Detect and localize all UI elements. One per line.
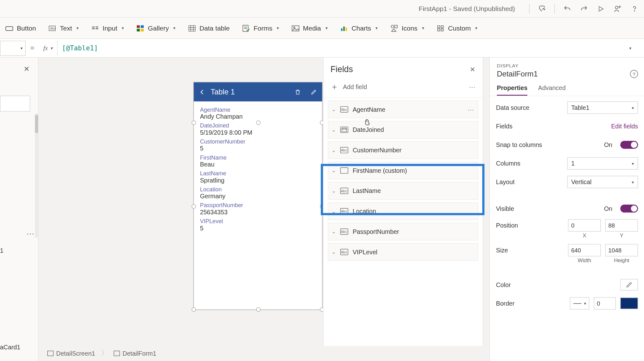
- share-icon[interactable]: [613, 4, 622, 13]
- insert-custom[interactable]: Custom ▾: [435, 22, 479, 34]
- property-selector[interactable]: ▾: [0, 41, 26, 56]
- svg-point-25: [293, 26, 295, 28]
- insert-button[interactable]: Button: [3, 22, 38, 34]
- selection-handle[interactable]: [192, 204, 196, 209]
- tab-advanced[interactable]: Advanced: [538, 84, 566, 96]
- breadcrumb-detailform1[interactable]: DetailForm1: [109, 348, 161, 359]
- breadcrumb-label: DetailForm1: [123, 350, 156, 357]
- sublabel: Y: [620, 233, 623, 239]
- field-label: Location: [200, 186, 316, 193]
- text-type-icon: Abc: [340, 208, 348, 214]
- toggle-value: On: [604, 205, 612, 212]
- columns-select[interactable]: 1▾: [567, 157, 638, 169]
- selection-handle[interactable]: [256, 307, 261, 312]
- color-picker[interactable]: [620, 279, 638, 290]
- formula-input[interactable]: [58, 41, 624, 56]
- help-icon[interactable]: [630, 4, 639, 13]
- detail-form-preview[interactable]: Table 1 AgentName Andy Champan DateJoine…: [193, 82, 323, 310]
- play-icon[interactable]: [597, 4, 605, 13]
- chevron-down-icon: ▾: [122, 26, 124, 31]
- more-icon[interactable]: ···: [468, 106, 475, 113]
- edit-icon[interactable]: [311, 89, 317, 95]
- field-item-customernumber[interactable]: ⌄ Abc CustomerNumber: [328, 141, 478, 159]
- svg-rect-26: [341, 28, 342, 31]
- more-icon[interactable]: ···: [26, 229, 34, 239]
- breadcrumb-detailscreen1[interactable]: DetailScreen1: [43, 348, 99, 359]
- field-item-viplevel[interactable]: ⌄ Abc VIPLevel: [328, 243, 478, 261]
- field-item-agentname[interactable]: ⌄ Abc AgentName ···: [328, 100, 478, 118]
- plus-icon: ＋: [330, 82, 338, 92]
- insert-datatable[interactable]: Data table: [186, 22, 231, 34]
- field-item-passportnumber[interactable]: ⌄ Abc PassportNumber: [328, 223, 478, 240]
- svg-rect-14: [137, 29, 140, 31]
- selection-handle[interactable]: [256, 121, 261, 125]
- insert-charts[interactable]: Charts ▾: [338, 22, 380, 34]
- field-item-location[interactable]: ⌄ Abc Location: [328, 202, 478, 220]
- insert-gallery[interactable]: Gallery ▾: [135, 22, 177, 34]
- field-value: Spratling: [200, 177, 316, 184]
- prop-label: Layout: [496, 178, 563, 186]
- app-title: FirstApp1 - Saved (Unpublished): [419, 5, 515, 12]
- insert-media[interactable]: Media ▾: [290, 22, 329, 34]
- icons-icon: [390, 24, 398, 32]
- visible-toggle[interactable]: [620, 205, 638, 212]
- formula-expand-button[interactable]: ▾: [624, 46, 636, 50]
- field-value: 5/19/2019 8:00 PM: [200, 129, 316, 136]
- border-color-picker[interactable]: [620, 298, 638, 309]
- insert-icons[interactable]: Icons ▾: [388, 22, 426, 34]
- size-height-input[interactable]: [605, 244, 638, 256]
- chevron-down-icon: ▾: [325, 26, 328, 31]
- more-icon[interactable]: ···: [469, 83, 476, 91]
- chevron-down-icon: ⌄: [332, 229, 336, 234]
- breadcrumb-label: DetailScreen1: [56, 350, 95, 357]
- canvas[interactable]: Table 1 AgentName Andy Champan DateJoine…: [38, 58, 489, 361]
- fx-button[interactable]: fx▾: [39, 41, 58, 56]
- delete-icon[interactable]: [295, 88, 301, 96]
- svg-rect-30: [395, 25, 397, 27]
- scrollbar[interactable]: [35, 113, 38, 237]
- position-y-input[interactable]: [605, 219, 638, 231]
- text-type-icon: Abc: [340, 188, 348, 194]
- insert-forms[interactable]: Forms ▾: [240, 22, 281, 34]
- datasource-select[interactable]: Table1▾: [567, 101, 638, 114]
- selection-handle[interactable]: [192, 307, 196, 312]
- svg-marker-0: [599, 6, 603, 11]
- help-icon[interactable]: ?: [630, 70, 638, 78]
- position-x-input[interactable]: [568, 219, 601, 231]
- border-width-input[interactable]: [594, 297, 616, 309]
- selection-handle[interactable]: [192, 121, 196, 125]
- field-item-datejoined[interactable]: ⌄ DateJoined: [328, 121, 478, 138]
- equals-label: =: [26, 44, 39, 52]
- svg-marker-31: [391, 29, 396, 31]
- snap-toggle[interactable]: [620, 141, 638, 149]
- field-item-firstname[interactable]: ⌄ FirstName (custom): [328, 162, 478, 179]
- border-style-select[interactable]: ▾: [570, 297, 589, 309]
- add-field-button[interactable]: Add field: [343, 83, 464, 91]
- edit-fields-link[interactable]: Edit fields: [611, 123, 638, 130]
- layout-select[interactable]: Vertical▾: [567, 176, 638, 188]
- chevron-down-icon: ▾: [375, 26, 378, 31]
- health-icon[interactable]: [538, 4, 547, 13]
- svg-rect-16: [189, 25, 195, 31]
- chevron-down-icon: ⌄: [332, 106, 336, 112]
- back-icon[interactable]: [199, 89, 205, 95]
- insert-text[interactable]: Abc Text ▾: [47, 22, 80, 34]
- tree-item-label[interactable]: aCard1: [0, 344, 20, 351]
- custom-type-icon: [340, 167, 348, 174]
- tab-properties[interactable]: Properties: [497, 84, 527, 96]
- gallery-icon: [136, 24, 144, 32]
- undo-icon[interactable]: [563, 4, 572, 13]
- redo-icon[interactable]: [580, 4, 588, 13]
- field-item-label: LastName: [353, 187, 381, 195]
- size-width-input[interactable]: [568, 244, 601, 256]
- prop-label: Snap to columns: [496, 141, 600, 149]
- search-input[interactable]: [0, 96, 30, 112]
- field-value: 5: [200, 145, 316, 152]
- tree-item-label[interactable]: 1: [0, 247, 3, 254]
- field-item-label: FirstName (custom): [353, 167, 407, 174]
- insert-input[interactable]: Input ▾: [89, 22, 126, 34]
- close-icon[interactable]: ✕: [470, 65, 475, 73]
- ribbon-label: Media: [303, 24, 321, 32]
- field-item-lastname[interactable]: ⌄ Abc LastName: [328, 182, 478, 200]
- close-icon[interactable]: ✕: [24, 65, 29, 73]
